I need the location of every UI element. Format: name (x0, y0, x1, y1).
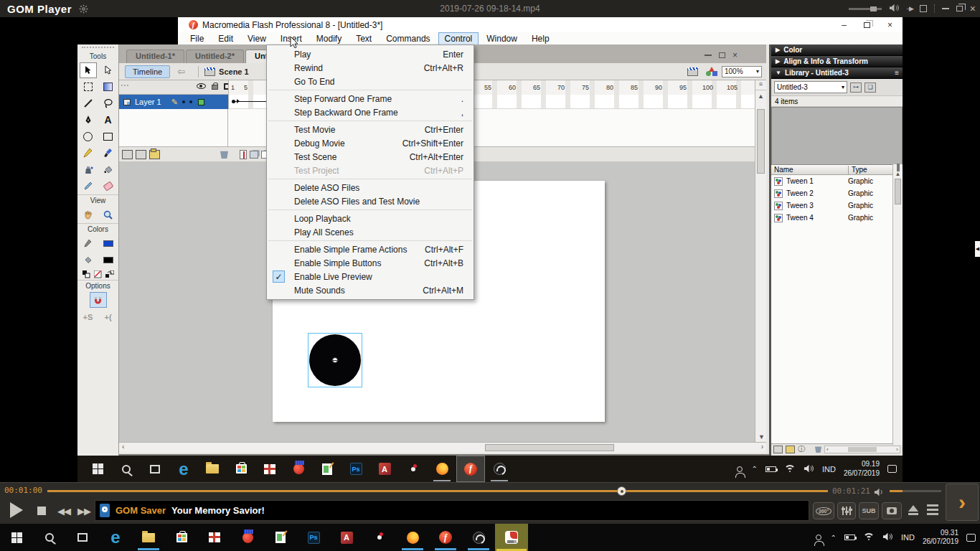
start-button[interactable] (0, 524, 33, 551)
menu-item-test-scene[interactable]: Test SceneCtrl+Alt+Enter (267, 150, 473, 164)
menu-control[interactable]: Control (438, 32, 479, 45)
language-indicator[interactable]: IND (901, 533, 915, 542)
edge-icon[interactable]: e (99, 524, 132, 551)
obs-icon[interactable] (485, 456, 514, 482)
menu-item-enable-simple-frame-actions[interactable]: Enable Simple Frame ActionsCtrl+Alt+F (267, 242, 473, 256)
edit-scene-icon[interactable] (687, 67, 698, 76)
stage-vertical-scrollbar[interactable]: ≡ ▲ ▼ (755, 80, 766, 442)
atom-app-icon[interactable] (399, 456, 428, 482)
menu-text[interactable]: Text (349, 32, 378, 45)
wifi-icon[interactable] (784, 465, 796, 474)
volume-bar[interactable] (890, 490, 941, 492)
gift-app-icon[interactable] (198, 524, 231, 551)
no-color-button[interactable] (93, 269, 103, 279)
seek-bar[interactable] (47, 490, 828, 492)
360-mode-button[interactable]: 360° (813, 502, 834, 519)
gom-side-panel-arrow[interactable]: ◀ (975, 241, 980, 257)
tab-untitled-2[interactable]: Untitled-2* (186, 50, 244, 63)
stage-horizontal-scrollbar[interactable]: ‹ › (119, 442, 766, 453)
gradient-transform-tool[interactable] (100, 79, 117, 95)
fullscreen-icon[interactable] (920, 5, 927, 12)
menu-item-step-backward[interactable]: Step Backward One Frame, (267, 105, 473, 119)
flash-restore-button[interactable] (864, 22, 870, 28)
free-transform-tool[interactable] (80, 79, 97, 95)
oval-tool[interactable] (80, 128, 97, 144)
video-frame[interactable]: f Macromedia Flash Professional 8 - [Unt… (77, 17, 903, 482)
back-arrow-icon[interactable]: ⇦ (177, 66, 185, 77)
new-folder-button[interactable] (786, 446, 795, 453)
pin-library-icon[interactable]: ⊶ (850, 83, 862, 93)
menu-item-debug-movie[interactable]: Debug MovieCtrl+Shift+Enter (267, 136, 473, 150)
firefox-icon[interactable] (396, 524, 429, 551)
store-icon[interactable] (165, 524, 198, 551)
panel-minimize-icon[interactable] (705, 55, 712, 56)
eraser-tool[interactable] (100, 178, 117, 194)
eject-icon[interactable] (908, 505, 918, 512)
store-icon[interactable] (227, 456, 255, 482)
flash-close-button[interactable]: × (887, 20, 892, 30)
hand-tool[interactable] (80, 207, 97, 222)
snapshot-button[interactable] (882, 502, 902, 519)
previous-button[interactable]: ◀◀ (57, 506, 70, 517)
control-panel-button[interactable] (837, 502, 856, 519)
delete-item-button[interactable] (815, 446, 821, 453)
clock[interactable]: 09.19 26/07/2019 (844, 460, 880, 478)
eyedropper-tool[interactable] (80, 178, 97, 194)
stroke-color-swatch[interactable] (100, 235, 117, 251)
flash-taskbar-icon[interactable]: f (429, 524, 462, 551)
column-name[interactable]: Name (771, 166, 849, 174)
item-properties-button[interactable]: ⓘ (798, 444, 805, 454)
pen-tool[interactable] (80, 112, 97, 128)
menu-window[interactable]: Window (480, 32, 524, 45)
selection-tool[interactable] (80, 62, 97, 78)
panel-close-icon[interactable]: × (732, 50, 738, 60)
volume-icon[interactable] (882, 531, 893, 544)
menu-item-enable-simple-buttons[interactable]: Enable Simple ButtonsCtrl+Alt+B (267, 256, 473, 270)
tab-untitled-1[interactable]: Untitled-1* (126, 50, 184, 63)
gom-saver-banner[interactable]: GOM Saver Your Memory Savior! (95, 500, 809, 521)
start-button[interactable] (83, 456, 112, 482)
brush-tool[interactable] (100, 145, 117, 161)
library-item-tween2[interactable]: Tween 2Graphic (771, 187, 903, 199)
menu-item-enable-live-preview[interactable]: ✓Enable Live Preview (267, 270, 473, 283)
titlebar-speaker-icon[interactable] (889, 2, 900, 15)
layer-visibility-dot[interactable] (182, 100, 185, 103)
media-app-icon[interactable] (284, 456, 313, 482)
add-motion-guide-button[interactable] (136, 150, 146, 159)
layer-outline-color[interactable] (198, 99, 204, 105)
show-hide-layers-icon[interactable] (197, 83, 206, 89)
gom-minimize-button[interactable] (942, 8, 949, 9)
library-item-tween3[interactable]: Tween 3Graphic (771, 199, 903, 212)
menu-item-step-forward[interactable]: Step Forward One Frame. (267, 92, 473, 105)
stage-zoom-select[interactable]: 100%▾ (722, 66, 762, 77)
people-icon[interactable] (737, 466, 743, 472)
menu-item-rewind[interactable]: RewindCtrl+Alt+R (267, 61, 473, 75)
menu-item-loop-playback[interactable]: Loop Playback (267, 212, 473, 225)
play-button[interactable] (10, 502, 23, 518)
menu-modify[interactable]: Modify (310, 32, 348, 45)
menu-view[interactable]: View (241, 32, 273, 45)
seek-handle[interactable] (617, 486, 626, 496)
new-symbol-button[interactable] (773, 446, 783, 453)
edge-icon[interactable]: e (169, 456, 198, 482)
library-vertical-scrollbar[interactable]: ▲ (892, 164, 903, 445)
smooth-option[interactable]: +S (80, 309, 97, 325)
pencil-tool[interactable] (80, 145, 97, 161)
search-icon[interactable] (112, 456, 141, 482)
battery-icon[interactable] (765, 466, 776, 472)
task-view-icon[interactable] (141, 456, 169, 482)
library-item-tween4[interactable]: Tween 4Graphic (771, 212, 903, 224)
zoom-tool[interactable] (100, 207, 117, 222)
lock-layers-icon[interactable] (212, 85, 218, 90)
timeline-grip[interactable] (121, 85, 128, 89)
subtitles-button[interactable]: SUB (859, 502, 879, 519)
line-tool[interactable] (80, 95, 97, 111)
language-indicator[interactable]: IND (822, 465, 836, 474)
menu-help[interactable]: Help (525, 32, 556, 45)
menu-item-play-all-scenes[interactable]: Play All Scenes (267, 225, 473, 239)
menu-file[interactable]: File (184, 32, 210, 45)
rectangle-tool[interactable] (100, 128, 117, 144)
gom-close-button[interactable]: × (970, 4, 976, 14)
media-app-icon[interactable] (231, 524, 264, 551)
stop-button[interactable] (37, 507, 46, 515)
